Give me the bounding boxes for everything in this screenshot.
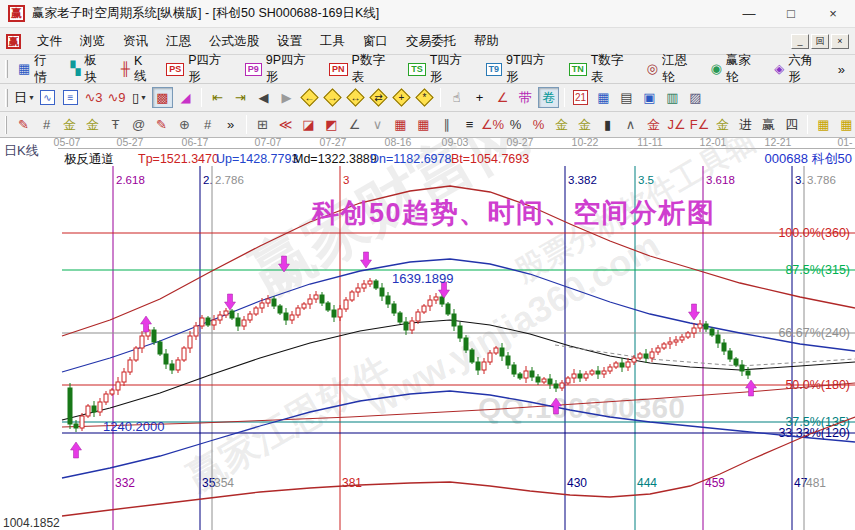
cycle-scroll-tool-button[interactable]: 卷 — [538, 87, 559, 108]
wave-9-tool-button[interactable]: ∿9 — [106, 87, 127, 108]
fence-3-button[interactable]: # — [197, 114, 218, 135]
fan-box-2-button[interactable]: ◩ — [321, 114, 342, 135]
spiral-tool-button[interactable]: @ — [128, 114, 149, 135]
kline-icon: ╫ — [121, 62, 130, 76]
f-angle-button[interactable]: F∠ — [689, 114, 710, 135]
first-bar-button[interactable]: ⇤ — [207, 87, 228, 108]
color-chart-tool-button[interactable]: ◢ — [175, 87, 196, 108]
gann-time-top-label: 2.618 — [116, 174, 145, 186]
notepad-tool-button[interactable]: ▤ — [616, 87, 637, 108]
sectors-button[interactable]: ▚板块 — [65, 49, 115, 89]
calendar-tool-button[interactable]: 21 — [570, 87, 591, 108]
period-day-selector-button[interactable]: 日▼ — [14, 87, 35, 108]
gold-angle-red-button[interactable]: 金 — [643, 114, 664, 135]
winner-wheel-button[interactable]: ◉赢家轮 — [705, 49, 769, 89]
fan-box-1-button[interactable]: ◪ — [298, 114, 319, 135]
fan-lines-button[interactable]: ≪ — [275, 114, 296, 135]
angle-lines-button[interactable]: ∠ — [344, 114, 365, 135]
chart-area[interactable]: 赢家财富网赢家江恩软件股票分析软件工具轴www.yinjia360.comQQ:… — [0, 138, 855, 530]
indicator-name-label[interactable]: 极反通道 — [64, 152, 114, 166]
minimize-button[interactable]: — — [741, 6, 757, 21]
angle-lines-icon: ∠ — [349, 118, 361, 131]
save-tool-button[interactable]: ▣ — [639, 87, 660, 108]
p-square-button[interactable]: PSP四方形 — [161, 49, 240, 89]
percent-tool-button[interactable]: % — [505, 114, 526, 135]
gold-circle-button[interactable]: 金 — [551, 114, 572, 135]
toolbar-grip[interactable] — [5, 60, 8, 78]
parallel-lines-button[interactable]: ∥ — [436, 114, 457, 135]
circle-cycle-button[interactable]: ⊕ — [174, 114, 195, 135]
close-button[interactable]: × — [825, 6, 841, 21]
save-image-tool-button[interactable]: ▥ — [662, 87, 683, 108]
p-table-button[interactable]: PNP数字表 — [324, 49, 403, 89]
percent-line-button[interactable]: % — [528, 114, 549, 135]
date-axis-label: 07-27 — [320, 138, 347, 148]
wave-3-tool-button[interactable]: ∿3 — [83, 87, 104, 108]
percent-angle-button[interactable]: ∠% — [482, 114, 503, 135]
quotes-button[interactable]: ▦行情 — [13, 49, 66, 89]
gann-fence-1-button[interactable]: # — [36, 114, 57, 135]
next-bar-button[interactable]: ▶ — [276, 87, 297, 108]
last-bar-button[interactable]: ⇥ — [230, 87, 251, 108]
maximize-button[interactable]: □ — [783, 6, 799, 21]
t-square-button[interactable]: TST四方形 — [403, 49, 480, 89]
angle-measure-tool-button[interactable]: ∠ — [492, 87, 513, 108]
crosshair-tool-button[interactable]: + — [469, 87, 490, 108]
swap-diamond[interactable]: ⇄ — [368, 87, 389, 108]
angle-measure-tool-icon: ∠ — [497, 91, 509, 104]
ying-angle-button[interactable]: 赢 — [758, 114, 779, 135]
hand-tool-icon: ☝ — [453, 91, 461, 104]
toolbar-grip[interactable] — [5, 116, 7, 134]
check-line-button[interactable]: ∨ — [367, 114, 388, 135]
hexagon-button[interactable]: ◈六角形 — [769, 49, 832, 89]
ribbon-tool-button[interactable]: 带 — [515, 87, 536, 108]
shift-right-diamond[interactable]: → — [322, 87, 343, 108]
info-list-button[interactable]: ≡ — [60, 87, 81, 108]
gann-wheel-button[interactable]: ◎江恩轮 — [642, 49, 706, 89]
red-grid-1-button[interactable]: ▦ — [390, 114, 411, 135]
band-overlay-tool-button[interactable]: ▩ — [152, 87, 173, 108]
level-list-button[interactable]: ≡ — [459, 114, 480, 135]
symbol-label[interactable]: 000688 科创50 — [765, 151, 852, 166]
gold-fence-2-button[interactable]: 金 — [82, 114, 103, 135]
print-tool-button[interactable]: ▨ — [685, 87, 706, 108]
quotes-icon: ▦ — [18, 62, 30, 76]
9p-square-button[interactable]: P99P四方形 — [240, 49, 324, 89]
kline-button[interactable]: ╫K线 — [116, 51, 161, 88]
gold-fence-1-button[interactable]: 金 — [59, 114, 80, 135]
red-grid-2-button[interactable]: ▦ — [413, 114, 434, 135]
mdi-minimize-button[interactable]: _ — [791, 34, 809, 49]
j-angle-button[interactable]: J∠ — [666, 114, 687, 135]
prev-bar-button[interactable]: ◀ — [253, 87, 274, 108]
expand-diamond[interactable]: ↔ — [345, 87, 366, 108]
zoom-in-diamond[interactable]: + — [391, 87, 412, 108]
pen-measure-button[interactable]: ✎ — [151, 114, 172, 135]
draw-overflow-button[interactable]: » — [220, 114, 241, 135]
t-table-button[interactable]: TNT数字表 — [564, 49, 642, 89]
toolbar-grip[interactable] — [5, 89, 8, 107]
jin-angle-button[interactable]: 进 — [735, 114, 756, 135]
pen-tool-button[interactable]: ✎ — [13, 114, 34, 135]
frame-tool-button[interactable]: ⊞ — [252, 114, 273, 135]
shift-left-diamond[interactable]: ← — [299, 87, 320, 108]
gold-line-button[interactable]: 金 — [574, 114, 595, 135]
hand-tool-button[interactable]: ☝ — [446, 87, 467, 108]
9t-square-button[interactable]: T99T四方形 — [481, 49, 564, 89]
crosshair-tool-icon: + — [476, 91, 484, 104]
chart-canvas[interactable]: 赢家财富网赢家江恩软件股票分析软件工具轴www.yinjia360.comQQ:… — [0, 138, 855, 530]
gold-angle-button[interactable]: 金 — [712, 114, 733, 135]
pattern-tool-button[interactable]: ∿ — [37, 87, 58, 108]
yellow-grid-1-button[interactable]: ▦ — [813, 114, 834, 135]
candle-style-selector-button[interactable]: ▯▼ — [129, 87, 150, 108]
candle-pen-button[interactable]: ▮ — [597, 114, 618, 135]
percent-tool-icon: % — [510, 118, 522, 131]
si-angle-button[interactable]: 四 — [781, 114, 802, 135]
mdi-restore-button[interactable]: 回 — [811, 34, 829, 49]
mdi-close-button[interactable]: × — [831, 34, 849, 49]
calculator-tool-button[interactable]: ▦ — [593, 87, 614, 108]
wave-a-tool-button[interactable]: ∧ — [620, 114, 641, 135]
yellow-grid-2-button[interactable]: ▦ — [836, 114, 855, 135]
full-view-diamond[interactable]: * — [414, 87, 435, 108]
toolbar-overflow-button[interactable]: » — [832, 62, 851, 77]
f-fence-button[interactable]: Ŧ — [105, 114, 126, 135]
